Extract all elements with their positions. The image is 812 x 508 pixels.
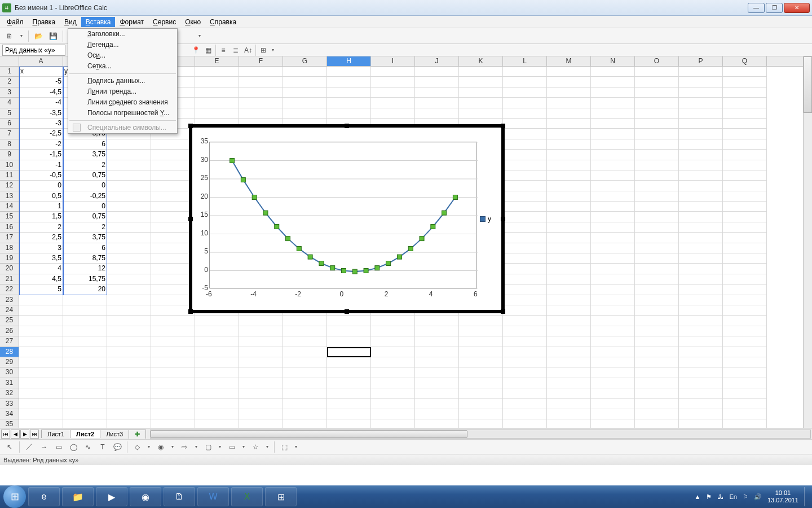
tab-next-icon[interactable]: ▶ — [20, 430, 29, 439]
cell[interactable] — [679, 419, 723, 428]
cell[interactable] — [239, 399, 283, 409]
cell[interactable] — [723, 316, 767, 326]
cell[interactable] — [547, 295, 591, 305]
cell[interactable] — [547, 284, 591, 295]
cell[interactable] — [283, 98, 327, 108]
cell[interactable] — [723, 170, 767, 181]
cell[interactable] — [459, 77, 503, 87]
cell[interactable] — [723, 388, 767, 398]
dropdown-icon[interactable]: ▾ — [240, 444, 247, 449]
row-header[interactable]: 19 — [0, 253, 19, 264]
cell[interactable] — [635, 139, 679, 150]
cell[interactable] — [459, 388, 503, 398]
curve-icon[interactable]: ∿ — [82, 441, 94, 453]
cell[interactable] — [503, 87, 547, 98]
cell[interactable] — [635, 222, 679, 233]
cell[interactable] — [591, 253, 635, 264]
cell[interactable] — [107, 305, 151, 316]
tray-flag-icon[interactable]: ▲ — [695, 493, 701, 500]
cell[interactable]: 0 — [63, 202, 107, 212]
cell[interactable] — [239, 419, 283, 428]
cell[interactable] — [19, 326, 63, 336]
shapes-icon[interactable]: ◇ — [131, 441, 143, 453]
cell[interactable] — [679, 347, 723, 357]
cell[interactable] — [679, 191, 723, 202]
cell[interactable] — [591, 326, 635, 336]
cell[interactable] — [679, 181, 723, 191]
cell[interactable] — [327, 399, 371, 409]
cell[interactable] — [679, 336, 723, 347]
cell[interactable] — [723, 284, 767, 295]
resize-handle-se[interactable] — [501, 309, 505, 314]
cell[interactable] — [679, 264, 723, 274]
open-icon[interactable]: 📂 — [32, 30, 45, 42]
cell[interactable] — [327, 367, 371, 378]
cell[interactable] — [679, 98, 723, 108]
cell[interactable] — [591, 87, 635, 98]
cell[interactable] — [63, 419, 107, 428]
row-header[interactable]: 31 — [0, 378, 19, 388]
cell[interactable] — [415, 357, 459, 367]
cell[interactable] — [107, 378, 151, 388]
cell[interactable] — [503, 119, 547, 129]
cell[interactable] — [19, 316, 63, 326]
cell[interactable] — [239, 98, 283, 108]
cell[interactable] — [547, 316, 591, 326]
menu-окно[interactable]: Окно — [180, 17, 205, 27]
cell[interactable] — [679, 202, 723, 212]
line-icon[interactable]: ／ — [23, 441, 36, 453]
pin-icon[interactable]: 📍 — [189, 44, 202, 56]
cell[interactable] — [195, 388, 239, 398]
column-header-L[interactable]: L — [503, 56, 547, 66]
menu-вставка[interactable]: Вставка — [81, 17, 116, 27]
text-format-icon[interactable]: A↕ — [242, 44, 254, 56]
cell[interactable] — [415, 419, 459, 428]
chart-legend[interactable]: y — [480, 215, 491, 223]
cell[interactable] — [107, 170, 151, 181]
menu-item[interactable]: Линии тренда... — [68, 86, 177, 97]
cell[interactable]: x — [19, 67, 63, 77]
cell[interactable] — [195, 67, 239, 77]
align-left-icon[interactable]: ≡ — [217, 44, 230, 56]
cell[interactable] — [151, 419, 195, 428]
cell[interactable] — [283, 347, 327, 357]
cell[interactable] — [151, 367, 195, 378]
cell[interactable] — [679, 409, 723, 419]
close-button[interactable]: ✕ — [784, 3, 810, 13]
save-icon[interactable]: 💾 — [47, 30, 59, 42]
cell[interactable] — [327, 409, 371, 419]
cell[interactable] — [635, 170, 679, 181]
cell[interactable] — [283, 357, 327, 367]
cell[interactable] — [63, 336, 107, 347]
cell[interactable] — [723, 367, 767, 378]
ellipse-icon[interactable]: ◯ — [67, 441, 80, 453]
cell[interactable] — [327, 388, 371, 398]
cell[interactable]: 3 — [19, 243, 63, 253]
cell[interactable] — [635, 253, 679, 264]
cell[interactable] — [19, 419, 63, 428]
flowchart-icon[interactable]: ▢ — [202, 441, 214, 453]
cell[interactable] — [591, 419, 635, 428]
cell[interactable] — [591, 160, 635, 170]
cell[interactable] — [415, 77, 459, 87]
cell[interactable] — [723, 305, 767, 316]
cell[interactable] — [635, 284, 679, 295]
resize-handle-ne[interactable] — [501, 124, 505, 128]
dropdown-icon[interactable]: ▾ — [196, 33, 203, 38]
cell[interactable] — [327, 67, 371, 77]
row-header[interactable]: 9 — [0, 150, 19, 160]
cell[interactable]: -1,5 — [19, 150, 63, 160]
cell[interactable] — [723, 150, 767, 160]
cell[interactable] — [63, 399, 107, 409]
resize-handle-n[interactable] — [345, 124, 349, 128]
cell[interactable] — [415, 399, 459, 409]
cell[interactable] — [635, 274, 679, 284]
row-header[interactable]: 33 — [0, 399, 19, 409]
cell[interactable] — [547, 336, 591, 347]
table-icon[interactable]: ⊞ — [257, 44, 270, 56]
resize-handle-w[interactable] — [188, 217, 193, 221]
column-header-G[interactable]: G — [283, 56, 327, 66]
cell[interactable] — [591, 243, 635, 253]
cell[interactable] — [679, 67, 723, 77]
cell[interactable] — [195, 336, 239, 347]
